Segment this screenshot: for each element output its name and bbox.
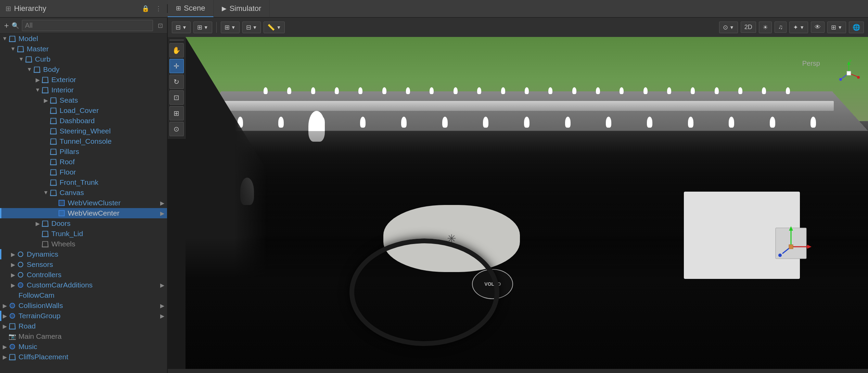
- tree-item-exterior[interactable]: Exterior: [0, 75, 167, 85]
- cube-icon-curb: [25, 55, 33, 63]
- rect-tool[interactable]: ⊞: [169, 106, 184, 120]
- scene-viewport[interactable]: ⊟ ▼ ⊞ ▼ ⊞ ▼ ⊟ ▼ 📏 ▼ ⊙ ▼: [168, 18, 868, 373]
- tree-item-music[interactable]: Music: [0, 342, 167, 352]
- tree-item-steering-wheel[interactable]: Steering_Wheel: [0, 126, 167, 136]
- scale-icon: ⊡: [174, 93, 179, 102]
- tree-item-sensors[interactable]: Sensors: [0, 259, 167, 270]
- tree-item-main-camera[interactable]: 📷 Main Camera: [0, 331, 167, 342]
- tree-item-wheels[interactable]: Wheels: [0, 239, 167, 249]
- sphere-blue-icon-music: [8, 343, 16, 351]
- grid-tool[interactable]: ⊟ ▼: [242, 22, 261, 33]
- tree-item-dynamics[interactable]: Dynamics: [0, 249, 167, 259]
- tree-item-curb[interactable]: Curb: [0, 54, 167, 64]
- tree-item-collisionwalls[interactable]: CollisionWalls ▶: [0, 300, 167, 311]
- fx-dropdown[interactable]: ✦ ▼: [789, 22, 808, 33]
- hierarchy-maximize-icon[interactable]: ⊡: [158, 22, 163, 29]
- visibility-btn[interactable]: 👁: [811, 22, 825, 33]
- tree-label-trunk-lid: Trunk_Lid: [51, 230, 167, 238]
- tree-arrow-interior: [34, 87, 41, 93]
- search-input[interactable]: [22, 20, 153, 31]
- tree-label-music: Music: [18, 343, 167, 351]
- hand-icon: ✋: [172, 46, 181, 54]
- tree-item-seats[interactable]: Seats: [0, 95, 167, 105]
- tree-item-webviewcluster[interactable]: WebViewCluster ▶: [0, 198, 167, 208]
- cube-blue-icon-webviewcenter: [58, 209, 66, 217]
- globe-btn[interactable]: 🌐: [849, 22, 864, 33]
- hand-tool[interactable]: ✋: [169, 43, 184, 57]
- tree-item-load-cover[interactable]: Load_Cover: [0, 105, 167, 116]
- tab-simulator[interactable]: ▶ Simulator: [214, 0, 270, 17]
- tree-label-steering-wheel: Steering_Wheel: [60, 127, 167, 135]
- tree-item-roof[interactable]: Roof: [0, 157, 167, 167]
- audio-btn[interactable]: ♫: [775, 22, 787, 33]
- add-button[interactable]: +: [4, 21, 9, 30]
- cube-icon-canvas: [49, 189, 58, 197]
- scale-tool[interactable]: ⊡: [169, 90, 184, 105]
- tree-item-road[interactable]: Road: [0, 321, 167, 331]
- simulator-tab-icon: ▶: [222, 5, 227, 12]
- expand-right-collisionwalls[interactable]: ▶: [160, 303, 167, 309]
- cube-icon-roof: [49, 158, 58, 166]
- hierarchy-label: Hierarchy: [14, 4, 46, 13]
- ruler-tool[interactable]: 📏 ▼: [264, 22, 285, 33]
- tree-item-customcaradditions[interactable]: CustomCarAdditions ▶: [0, 280, 167, 290]
- tree-item-pillars[interactable]: Pillars: [0, 146, 167, 157]
- tree-item-floor[interactable]: Floor: [0, 167, 167, 177]
- tree-item-terraingroup[interactable]: TerrainGroup ▶: [0, 311, 167, 321]
- cube-icon-wheels: [41, 240, 49, 248]
- tree-arrow-canvas: [42, 190, 49, 196]
- cube-icon-cliffsplacement: [8, 353, 16, 361]
- tree-arrow-master: [10, 46, 16, 52]
- tree-item-master[interactable]: Master: [0, 44, 167, 54]
- tool-strip-divider: [169, 40, 184, 40]
- hierarchy-menu-icon[interactable]: ⋮: [155, 5, 162, 12]
- tree-item-front-trunk[interactable]: Front_Trunk: [0, 177, 167, 188]
- scene-layer-dropdown[interactable]: ⊟ ▼: [172, 22, 191, 33]
- tree-label-interior: Interior: [51, 86, 167, 94]
- 2d-label: 2D: [744, 24, 752, 31]
- translate-tool[interactable]: ✛: [169, 59, 184, 73]
- globe-icon: 🌐: [853, 24, 860, 31]
- display-mode-icon: ⊞: [831, 24, 836, 31]
- tab-scene[interactable]: ⊞ Scene: [168, 0, 214, 17]
- light-btn[interactable]: ☀: [759, 22, 772, 33]
- tree-item-doors[interactable]: Doors: [0, 218, 167, 229]
- tree-item-trunk-lid[interactable]: Trunk_Lid: [0, 229, 167, 239]
- custom-transform-tool[interactable]: ⊙: [169, 122, 184, 136]
- tree-item-model[interactable]: Model: [0, 34, 167, 44]
- snap-chevron: ▼: [231, 25, 236, 30]
- eye-circle-chevron: ▼: [729, 25, 734, 30]
- scene-view-dropdown[interactable]: ⊙ ▼: [719, 22, 738, 33]
- expand-right-webviewcenter[interactable]: ▶: [160, 210, 167, 217]
- tree-label-followcam: FollowCam: [18, 291, 167, 299]
- tree-item-webviewcenter[interactable]: WebViewCenter ▶: [0, 208, 167, 218]
- tree-item-followcam[interactable]: FollowCam: [0, 290, 167, 300]
- snap-tool[interactable]: ⊞ ▼: [221, 22, 240, 33]
- tree-item-body[interactable]: Body: [0, 64, 167, 75]
- tree-item-controllers[interactable]: Controllers: [0, 270, 167, 280]
- tree-item-tunnel-console[interactable]: Tunnel_Console: [0, 136, 167, 146]
- 2d-button[interactable]: 2D: [741, 22, 756, 33]
- rotate-tool[interactable]: ↻: [169, 75, 184, 89]
- top-bar: ⊞ Hierarchy 🔒 ⋮ ⊞ Scene ▶ Simulator: [0, 0, 868, 18]
- persp-label: Persp: [802, 60, 820, 67]
- cube-icon-loadcover: [49, 106, 58, 115]
- tree-label-dynamics: Dynamics: [27, 250, 167, 258]
- expand-right-webviewcluster[interactable]: ▶: [160, 200, 167, 206]
- tree-arrow-doors: [34, 220, 41, 227]
- fx-chevron: ▼: [800, 25, 804, 30]
- tree-label-sensors: Sensors: [27, 260, 167, 269]
- tree-item-canvas[interactable]: Canvas: [0, 188, 167, 198]
- tree-item-interior[interactable]: Interior: [0, 85, 167, 95]
- h-scrollbar[interactable]: [168, 369, 868, 373]
- lock-icon[interactable]: 🔒: [142, 5, 149, 12]
- scene-display-dropdown[interactable]: ⊞ ▼: [193, 22, 212, 33]
- none-icon-followcam: [8, 291, 16, 299]
- display-mode-dropdown[interactable]: ⊞ ▼: [827, 22, 846, 33]
- tree-item-dashboard[interactable]: Dashboard: [0, 116, 167, 126]
- expand-right-customcaradditions[interactable]: ▶: [160, 282, 167, 288]
- tree-item-cliffsplacement[interactable]: CliffsPlacement: [0, 352, 167, 362]
- translate-icon: ✛: [174, 62, 179, 70]
- snap-icon: ⊞: [225, 24, 230, 31]
- expand-right-terraingroup[interactable]: ▶: [160, 313, 167, 319]
